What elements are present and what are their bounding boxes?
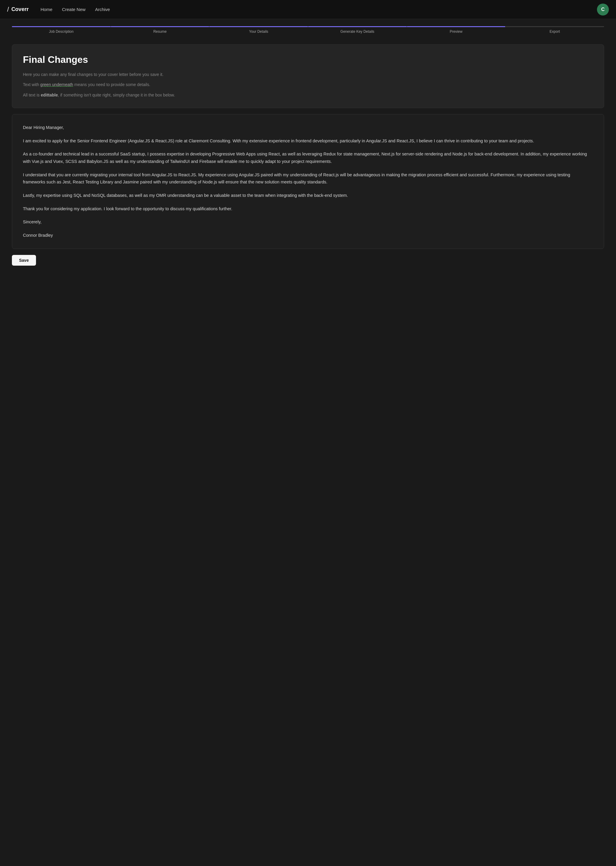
page-title: Final Changes	[23, 54, 593, 65]
step-line-5	[407, 26, 506, 27]
logo: / Coverr	[7, 6, 28, 13]
info-paragraph-1: Here you can make any final changes to y…	[23, 71, 593, 78]
info-paragraph-3: All text is edittable, if something isn'…	[23, 92, 593, 98]
navbar-links: Home Create New Archive	[41, 7, 597, 12]
step-line-4	[308, 26, 407, 27]
main-content: Final Changes Here you can make any fina…	[0, 38, 616, 277]
letter-salutation: Dear Hiring Manager,	[23, 124, 593, 131]
navbar: / Coverr Home Create New Archive C	[0, 0, 616, 19]
info-p2-prefix: Text with	[23, 82, 40, 87]
step-label-5: Preview	[449, 30, 462, 34]
step-your-details[interactable]: Your Details	[209, 26, 308, 34]
step-job-description[interactable]: Job Description	[12, 26, 111, 34]
progress-steps: Job Description Resume Your Details Gene…	[0, 19, 616, 38]
step-resume[interactable]: Resume	[111, 26, 209, 34]
step-export[interactable]: Export	[505, 26, 604, 34]
logo-slash-icon: /	[7, 6, 9, 13]
step-generate-key-details[interactable]: Generate Key Details	[308, 26, 407, 34]
info-card: Final Changes Here you can make any fina…	[12, 44, 604, 108]
info-paragraph-2: Text with green underneath means you nee…	[23, 81, 593, 88]
step-line-6	[505, 26, 604, 27]
step-line-3	[209, 26, 308, 27]
letter-paragraph-1: I am excited to apply for the Senior Fro…	[23, 137, 593, 145]
step-label-6: Export	[550, 30, 560, 34]
nav-archive[interactable]: Archive	[95, 7, 110, 12]
nav-create-new[interactable]: Create New	[62, 7, 85, 12]
info-p3-prefix: All text is	[23, 93, 41, 98]
info-p2-suffix: means you need to provide some details.	[73, 82, 150, 87]
info-p3-suffix: , if something isn't quite right, simply…	[58, 93, 175, 98]
avatar[interactable]: C	[597, 3, 609, 16]
step-label-2: Resume	[153, 30, 167, 34]
step-line-2	[111, 26, 209, 27]
logo-text: Coverr	[11, 6, 28, 13]
letter-content: Dear Hiring Manager, I am excited to app…	[23, 124, 593, 239]
letter-card: Dear Hiring Manager, I am excited to app…	[12, 114, 604, 249]
step-label-3: Your Details	[249, 30, 268, 34]
info-p3-bold: edittable	[41, 93, 58, 98]
save-button[interactable]: Save	[12, 255, 36, 266]
step-label-4: Generate Key Details	[341, 30, 374, 34]
step-preview[interactable]: Preview	[407, 26, 506, 34]
letter-paragraph-5: Thank you for considering my application…	[23, 205, 593, 213]
info-p2-green: green underneath	[40, 82, 73, 87]
letter-closing: Sincerely,	[23, 218, 593, 226]
letter-name: Connor Bradley	[23, 232, 593, 239]
step-label-1: Job Description	[49, 30, 74, 34]
letter-paragraph-4: Lastly, my expertise using SQL and NoSQL…	[23, 192, 593, 199]
nav-home[interactable]: Home	[41, 7, 52, 12]
letter-paragraph-2: As a co-founder and technical lead in a …	[23, 150, 593, 165]
step-line-1	[12, 26, 111, 27]
letter-paragraph-3: I understand that you are currently migr…	[23, 171, 593, 186]
